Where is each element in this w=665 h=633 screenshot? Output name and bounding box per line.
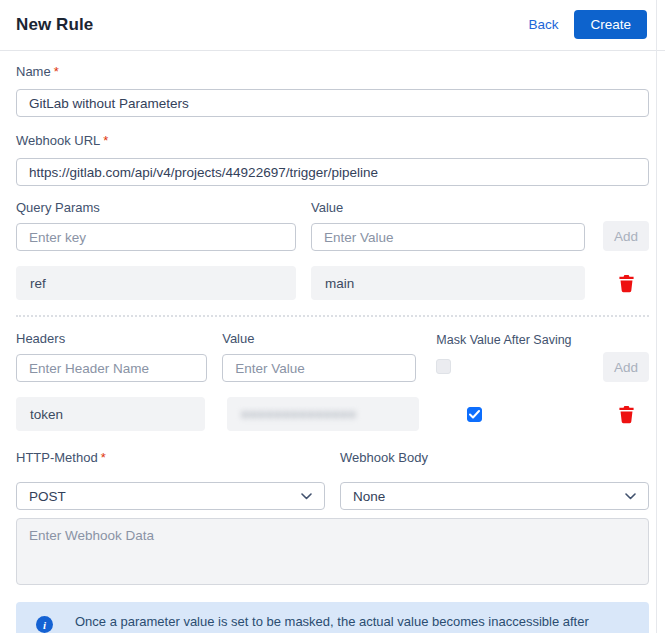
new-rule-page: New Rule Back Create Name* Webhook URL* … bbox=[0, 0, 665, 633]
headers-label: Headers bbox=[16, 331, 207, 346]
headers-value-label: Value bbox=[222, 331, 416, 346]
header-name-input[interactable] bbox=[16, 354, 207, 382]
query-param-value-input[interactable] bbox=[311, 223, 585, 251]
page-title: New Rule bbox=[16, 15, 93, 35]
query-param-row-value: main bbox=[311, 266, 585, 300]
delete-header-icon[interactable] bbox=[618, 405, 635, 424]
header-actions: Back Create bbox=[528, 10, 649, 39]
back-link[interactable]: Back bbox=[528, 17, 558, 32]
mask-value-checkbox[interactable] bbox=[436, 359, 451, 374]
webhook-url-required-asterisk: * bbox=[103, 133, 108, 148]
query-param-key-input[interactable] bbox=[16, 223, 296, 251]
new-rule-form: Name* Webhook URL* Query Params Value bbox=[0, 51, 665, 633]
header-row: token ●●●●●●●●●●●●●● bbox=[16, 397, 649, 431]
name-required-asterisk: * bbox=[54, 64, 59, 79]
create-button[interactable]: Create bbox=[574, 10, 647, 39]
webhook-body-select[interactable]: None bbox=[340, 482, 649, 510]
webhook-url-section: Webhook URL* bbox=[16, 131, 649, 186]
mask-value-label: Mask Value After Saving bbox=[436, 333, 603, 347]
http-method-select[interactable]: POST bbox=[16, 482, 325, 510]
header-row-key: token bbox=[16, 397, 205, 431]
webhook-url-input[interactable] bbox=[16, 158, 649, 186]
info-icon: i bbox=[36, 616, 53, 633]
method-body-section: HTTP-Method* POST Webhook Body None bbox=[16, 448, 649, 510]
header-row-value: ●●●●●●●●●●●●●● bbox=[227, 397, 419, 431]
query-param-row: ref main bbox=[16, 266, 649, 300]
checkmark-icon bbox=[469, 410, 480, 419]
info-banner-text: Once a parameter value is set to be mask… bbox=[75, 613, 609, 633]
header-value-input[interactable] bbox=[222, 354, 416, 382]
header-add-button[interactable]: Add bbox=[603, 352, 649, 382]
query-param-add-button[interactable]: Add bbox=[603, 221, 649, 251]
section-divider bbox=[16, 315, 649, 317]
http-method-label: HTTP-Method bbox=[16, 450, 98, 465]
masked-value-info-banner: i Once a parameter value is set to be ma… bbox=[16, 602, 649, 633]
name-section: Name* bbox=[16, 62, 649, 117]
query-params-value-label: Value bbox=[311, 200, 585, 215]
webhook-body-selected-value: None bbox=[353, 489, 385, 504]
header-row-mask-checkbox[interactable] bbox=[467, 407, 482, 422]
query-params-section: Query Params Value Add ref main bbox=[16, 200, 649, 300]
masked-value-text: ●●●●●●●●●●●●●● bbox=[241, 407, 356, 421]
query-params-label: Query Params bbox=[16, 200, 296, 215]
http-method-required-asterisk: * bbox=[101, 450, 106, 465]
chevron-down-icon bbox=[301, 493, 312, 500]
webhook-body-label: Webhook Body bbox=[340, 450, 428, 465]
query-param-row-key: ref bbox=[16, 266, 296, 300]
headers-section: Headers Value Mask Value After Saving Ad… bbox=[16, 331, 649, 431]
webhook-data-textarea[interactable] bbox=[16, 518, 649, 585]
delete-query-param-icon[interactable] bbox=[618, 274, 635, 293]
webhook-url-label: Webhook URL bbox=[16, 133, 100, 148]
name-input[interactable] bbox=[16, 89, 649, 117]
chevron-down-icon bbox=[625, 493, 636, 500]
name-label: Name bbox=[16, 64, 51, 79]
page-header: New Rule Back Create bbox=[0, 0, 665, 51]
http-method-selected-value: POST bbox=[29, 489, 66, 504]
